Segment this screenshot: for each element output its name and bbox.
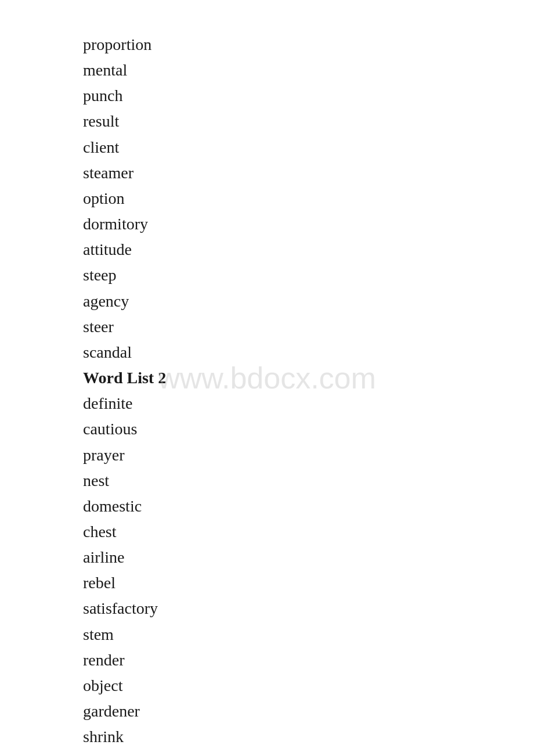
list-item: attitude bbox=[83, 240, 534, 260]
list-item: proportion bbox=[83, 35, 534, 55]
list-item: steer bbox=[83, 317, 534, 337]
list-item: parade bbox=[83, 753, 534, 756]
list-item: definite bbox=[83, 394, 534, 413]
list-item: gardener bbox=[83, 701, 534, 721]
word-list: proportionmentalpunchresultclientsteamer… bbox=[0, 0, 534, 756]
list-item: steamer bbox=[83, 163, 534, 183]
list-item: cautious bbox=[83, 419, 534, 439]
list-item: stem bbox=[83, 625, 534, 645]
list-item: airline bbox=[83, 548, 534, 567]
list-item: prayer bbox=[83, 445, 534, 465]
list-item: render bbox=[83, 650, 534, 670]
list-item: satisfactory bbox=[83, 599, 534, 618]
list-item: mental bbox=[83, 60, 534, 80]
list-item: dormitory bbox=[83, 214, 534, 234]
list-item: rebel bbox=[83, 573, 534, 593]
section-header: Word List 2 bbox=[83, 368, 534, 388]
list-item: option bbox=[83, 189, 534, 208]
list-item: domestic bbox=[83, 496, 534, 516]
list-item: scandal bbox=[83, 343, 534, 362]
list-item: result bbox=[83, 111, 534, 131]
list-item: chest bbox=[83, 522, 534, 542]
list-item: shrink bbox=[83, 727, 534, 747]
list-item: client bbox=[83, 138, 534, 157]
list-item: agency bbox=[83, 291, 534, 311]
list-item: nest bbox=[83, 471, 534, 491]
list-item: steep bbox=[83, 265, 534, 285]
list-item: punch bbox=[83, 86, 534, 106]
list-item: object bbox=[83, 676, 534, 696]
